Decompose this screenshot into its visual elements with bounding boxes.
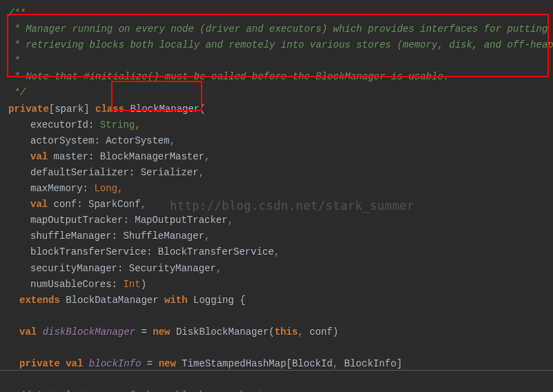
doc-comment-line: * xyxy=(3,53,553,69)
param-conf[interactable]: val conf: SparkConf, xyxy=(3,197,553,213)
keyword-new: new xyxy=(153,326,170,337)
class-declaration[interactable]: private[spark] class BlockManager( xyxy=(3,101,553,117)
blank-line xyxy=(3,340,553,356)
doc-comment-line: * Note that #initialize() must be called… xyxy=(3,69,553,85)
doc-comment-open: /** xyxy=(3,6,553,21)
param-max-memory[interactable]: maxMemory: Long, xyxy=(3,181,553,197)
doc-comment-close: */ xyxy=(3,85,553,101)
class-name: BlockManager( xyxy=(124,104,206,115)
keyword-private: private xyxy=(19,358,60,369)
scope-spark: [spark] xyxy=(49,104,95,115)
keyword-private: private xyxy=(8,104,49,115)
keyword-new: new xyxy=(159,358,176,369)
keyword-extends: extends xyxy=(19,295,60,306)
blank-line xyxy=(3,308,553,324)
keyword-val: val xyxy=(19,326,37,337)
keyword-val: val xyxy=(30,151,48,162)
doc-comment-line: * retrieving blocks both locally and rem… xyxy=(3,37,553,53)
blank-line xyxy=(3,372,553,388)
param-shuffle-manager[interactable]: shuffleManager: ShuffleManager, xyxy=(3,228,553,244)
param-num-usable-cores[interactable]: numUsableCores: Int) xyxy=(3,277,553,293)
field-disk-block-manager[interactable]: val diskBlockManager = new DiskBlockMana… xyxy=(3,324,553,340)
param-master[interactable]: val master: BlockManagerMaster, xyxy=(3,149,553,165)
param-default-serializer[interactable]: defaultSerializer: Serializer, xyxy=(3,165,553,181)
param-block-transfer-service[interactable]: blockTransferService: BlockTransferServi… xyxy=(3,244,553,260)
extends-clause[interactable]: extends BlockDataManager with Logging { xyxy=(3,293,553,308)
param-map-output-tracker[interactable]: mapOutputTracker: MapOutputTracker, xyxy=(3,213,553,228)
keyword-this: this xyxy=(275,326,298,337)
keyword-val: val xyxy=(30,199,48,210)
param-executor-id[interactable]: executorId: String, xyxy=(3,117,553,133)
comment-storage: // Actual storage of where blocks are ke… xyxy=(3,388,553,392)
doc-comment-line: * Manager running on every node (driver … xyxy=(3,21,553,37)
param-security-manager[interactable]: securityManager: SecurityManager, xyxy=(3,261,553,277)
keyword-val: val xyxy=(66,358,83,369)
separator-line xyxy=(0,370,553,371)
param-actor-system[interactable]: actorSystem: ActorSystem, xyxy=(3,133,553,149)
keyword-with: with xyxy=(164,295,188,306)
keyword-class: class xyxy=(95,104,124,115)
